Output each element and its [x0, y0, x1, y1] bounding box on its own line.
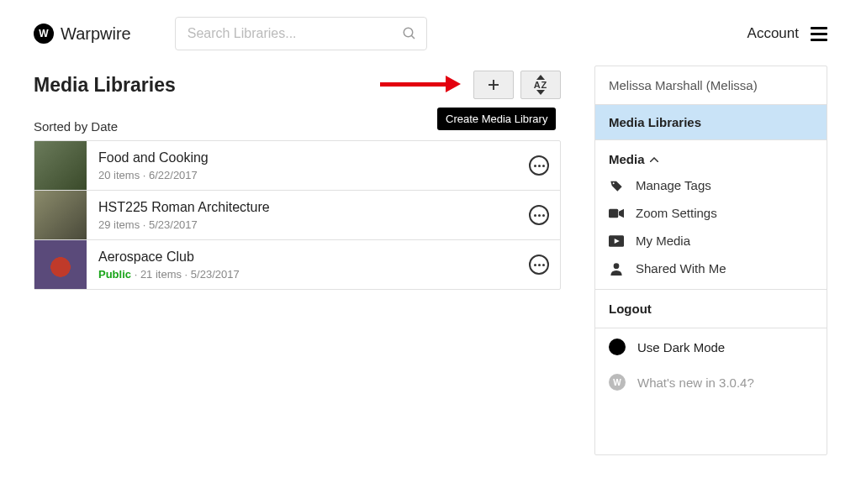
sidebar-item-label: Manage Tags: [636, 178, 711, 192]
sidebar-media-label: Media: [609, 152, 645, 166]
library-thumbnail: [34, 191, 87, 239]
public-badge: Public: [98, 268, 131, 281]
svg-marker-8: [619, 208, 624, 218]
brand-mark-icon: [34, 24, 54, 44]
sidebar-media-header[interactable]: Media: [595, 140, 827, 171]
library-title: Food and Cooking: [98, 150, 506, 165]
svg-line-1: [411, 35, 415, 39]
library-meta: Public · 21 items · 5/23/2017: [98, 268, 506, 281]
search-field[interactable]: [175, 17, 427, 50]
brand-name: Warpwire: [61, 24, 131, 44]
search-icon: [402, 26, 417, 41]
tag-icon: [609, 179, 624, 192]
main-content: Media Libraries AZ Create Media Library …: [34, 66, 561, 290]
library-row[interactable]: HST225 Roman Architecture 29 items · 5/2…: [34, 191, 560, 240]
library-thumbnail: [34, 240, 87, 289]
library-meta: 20 items · 6/22/2017: [98, 169, 506, 181]
sidebar-item-tags[interactable]: Manage Tags: [595, 171, 827, 199]
person-icon: [609, 262, 624, 276]
row-more-button[interactable]: [518, 205, 560, 225]
video-icon: [609, 207, 624, 219]
library-row[interactable]: Aerospace Club Public · 21 items · 5/23/…: [34, 240, 560, 289]
library-list: Food and Cooking 20 items · 6/22/2017 HS…: [34, 140, 561, 290]
whatsnew-label: What's new in 3.0.4?: [637, 375, 754, 390]
sort-button[interactable]: AZ: [520, 71, 561, 99]
header: Warpwire Account: [0, 0, 861, 66]
sidebar-item-label: My Media: [636, 234, 690, 248]
create-library-tooltip: Create Media Library: [437, 108, 556, 130]
sidebar-dark-mode[interactable]: Use Dark Mode: [595, 328, 827, 365]
sidebar: Melissa Marshall (Melissa) Media Librari…: [594, 66, 827, 455]
dark-mode-icon: [609, 339, 626, 355]
sidebar-item-zoom[interactable]: Zoom Settings: [595, 199, 827, 227]
brand-mark-icon: W: [609, 374, 626, 391]
svg-point-0: [404, 28, 413, 37]
sidebar-item-label: Zoom Settings: [636, 206, 717, 220]
dark-mode-label: Use Dark Mode: [637, 340, 725, 354]
sidebar-item-shared[interactable]: Shared With Me: [595, 255, 827, 282]
brand-logo[interactable]: Warpwire: [34, 24, 131, 44]
sidebar-whatsnew[interactable]: W What's new in 3.0.4?: [595, 365, 827, 404]
sidebar-item-label: Shared With Me: [636, 261, 726, 276]
plus-icon: [486, 77, 501, 92]
hamburger-menu-icon[interactable]: [811, 27, 827, 41]
svg-rect-7: [609, 208, 618, 218]
row-more-button[interactable]: [518, 255, 560, 275]
ellipsis-icon: [529, 255, 549, 275]
svg-point-6: [613, 182, 615, 184]
account-link[interactable]: Account: [747, 25, 799, 42]
library-title: HST225 Roman Architecture: [98, 200, 506, 215]
sidebar-user: Melissa Marshall (Melissa): [595, 66, 827, 104]
library-title: Aerospace Club: [98, 249, 506, 265]
sort-label: AZ: [534, 80, 548, 90]
row-more-button[interactable]: [518, 155, 560, 176]
play-icon: [609, 235, 624, 247]
annotation-arrow: [380, 76, 461, 92]
library-meta: 29 items · 5/23/2017: [98, 218, 506, 231]
svg-point-11: [614, 263, 620, 269]
page-title: Media Libraries: [34, 74, 176, 97]
sidebar-logout[interactable]: Logout: [595, 289, 827, 328]
ellipsis-icon: [529, 155, 549, 176]
sidebar-item-libraries[interactable]: Media Libraries: [595, 104, 827, 140]
svg-marker-5: [536, 90, 545, 95]
search-input[interactable]: [175, 17, 427, 50]
chevron-up-icon: [650, 157, 658, 162]
ellipsis-icon: [529, 205, 549, 225]
sidebar-item-mymedia[interactable]: My Media: [595, 227, 827, 255]
chevron-down-icon: [536, 90, 545, 95]
library-meta-text: 21 items · 5/23/2017: [140, 268, 240, 281]
library-row[interactable]: Food and Cooking 20 items · 6/22/2017: [34, 141, 560, 191]
add-library-button[interactable]: [473, 71, 514, 99]
library-thumbnail: [34, 141, 87, 190]
